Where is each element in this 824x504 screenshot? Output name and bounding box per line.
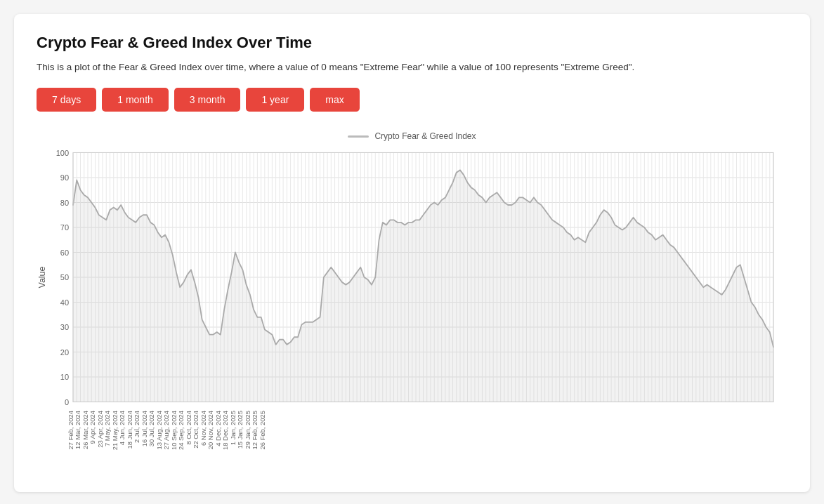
svg-text:90: 90 <box>60 173 69 182</box>
svg-text:21 May, 2024: 21 May, 2024 <box>112 411 119 450</box>
btn-3month[interactable]: 3 month <box>174 88 241 112</box>
svg-text:29 Jan, 2025: 29 Jan, 2025 <box>244 411 251 449</box>
svg-text:30: 30 <box>60 323 69 331</box>
svg-text:2 Jul, 2024: 2 Jul, 2024 <box>134 411 141 443</box>
svg-text:20: 20 <box>60 347 69 356</box>
svg-text:18 Jun, 2024: 18 Jun, 2024 <box>126 411 133 449</box>
svg-text:8 Oct, 2024: 8 Oct, 2024 <box>185 411 192 445</box>
svg-text:1 Jan, 2025: 1 Jan, 2025 <box>230 411 237 445</box>
chart-area: 0102030405060708090100Value27 Feb, 20241… <box>37 145 787 475</box>
svg-text:Value: Value <box>37 266 47 288</box>
main-card: Crypto Fear & Greed Index Over Time This… <box>14 14 810 492</box>
btn-1year[interactable]: 1 year <box>246 88 304 112</box>
chart-legend: Crypto Fear & Greed Index <box>37 131 787 141</box>
svg-text:18 Dec, 2024: 18 Dec, 2024 <box>223 411 230 450</box>
svg-text:6 Nov, 2024: 6 Nov, 2024 <box>200 411 207 446</box>
svg-text:13 Aug, 2024: 13 Aug, 2024 <box>156 411 163 449</box>
svg-text:60: 60 <box>60 248 69 256</box>
btn-7days[interactable]: 7 days <box>37 88 96 112</box>
btn-max[interactable]: max <box>310 88 359 112</box>
chart-svg: 0102030405060708090100Value27 Feb, 20241… <box>37 145 787 475</box>
legend-line-icon <box>348 135 369 138</box>
svg-text:9 Apr, 2024: 9 Apr, 2024 <box>90 411 97 444</box>
svg-text:15 Jan, 2025: 15 Jan, 2025 <box>237 411 244 449</box>
svg-text:27 Feb, 2024: 27 Feb, 2024 <box>67 411 74 449</box>
svg-text:12 Mar, 2024: 12 Mar, 2024 <box>75 411 82 449</box>
btn-1month[interactable]: 1 month <box>102 88 169 112</box>
svg-text:27 Aug, 2024: 27 Aug, 2024 <box>164 411 171 449</box>
svg-text:40: 40 <box>60 298 69 306</box>
svg-text:24 Sep, 2024: 24 Sep, 2024 <box>178 411 185 450</box>
svg-text:100: 100 <box>56 148 69 157</box>
svg-text:12 Feb, 2025: 12 Feb, 2025 <box>252 411 259 449</box>
page-description: This is a plot of the Fear & Greed Index… <box>37 62 787 72</box>
svg-text:80: 80 <box>60 198 69 206</box>
svg-text:50: 50 <box>60 273 69 281</box>
svg-text:16 Jul, 2024: 16 Jul, 2024 <box>141 411 148 446</box>
svg-text:20 Nov, 2024: 20 Nov, 2024 <box>208 411 215 449</box>
svg-text:7 May, 2024: 7 May, 2024 <box>105 411 112 446</box>
svg-text:4 Dec, 2024: 4 Dec, 2024 <box>215 411 222 446</box>
svg-text:30 Jul, 2024: 30 Jul, 2024 <box>149 411 156 446</box>
svg-text:70: 70 <box>60 223 69 232</box>
svg-text:26 Mar, 2024: 26 Mar, 2024 <box>82 411 89 449</box>
svg-text:4 Jun, 2024: 4 Jun, 2024 <box>119 411 126 445</box>
svg-text:10: 10 <box>60 373 69 381</box>
svg-text:0: 0 <box>65 398 69 406</box>
svg-text:23 Apr, 2024: 23 Apr, 2024 <box>97 411 104 448</box>
svg-text:10 Sep, 2024: 10 Sep, 2024 <box>171 411 178 450</box>
page-title: Crypto Fear & Greed Index Over Time <box>37 34 787 52</box>
time-range-buttons: 7 days 1 month 3 month 1 year max <box>37 88 787 112</box>
legend-label: Crypto Fear & Greed Index <box>374 131 476 141</box>
svg-text:26 Feb, 2025: 26 Feb, 2025 <box>259 411 266 449</box>
svg-text:22 Oct, 2024: 22 Oct, 2024 <box>193 411 200 449</box>
